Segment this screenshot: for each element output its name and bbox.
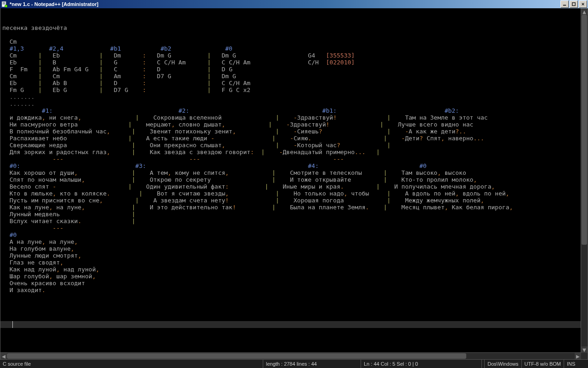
close-button[interactable] bbox=[579, 0, 587, 8]
scroll-left-arrow[interactable]: ◀ bbox=[0, 353, 7, 359]
status-position: Ln : 44 Col : 5 Sel : 0 | 0 bbox=[361, 360, 481, 368]
title-bar: *new 1.c - Notepad++ [Administrator] bbox=[0, 0, 588, 8]
svg-rect-6 bbox=[572, 3, 575, 6]
svg-rect-2 bbox=[3, 3, 6, 3]
scrollbar-corner bbox=[581, 353, 588, 359]
song-title: песенка звездочёта bbox=[2, 24, 67, 31]
scroll-up-arrow[interactable]: ▲ bbox=[581, 8, 588, 15]
maximize-button[interactable] bbox=[570, 0, 578, 8]
status-insert-mode: INS bbox=[564, 360, 588, 368]
svg-rect-1 bbox=[3, 2, 6, 2]
svg-point-4 bbox=[5, 5, 7, 7]
scroll-right-arrow[interactable]: ▶ bbox=[575, 353, 581, 359]
text-caret bbox=[12, 321, 13, 328]
horizontal-scrollbar[interactable]: ◀ ▶ bbox=[0, 352, 581, 359]
svg-rect-3 bbox=[3, 4, 6, 4]
text-editor[interactable]: песенка звездочёта Cm #1,3 #2,4 #b1 #b2 … bbox=[0, 8, 581, 353]
editor-viewport: песенка звездочёта Cm #1,3 #2,4 #b1 #b2 … bbox=[0, 8, 588, 360]
scroll-down-arrow[interactable]: ▼ bbox=[581, 346, 588, 353]
status-eol: Dos\Windows bbox=[484, 360, 521, 368]
vertical-scrollbar[interactable]: ▲ ▼ bbox=[581, 8, 588, 353]
scroll-thumb-v[interactable] bbox=[582, 15, 587, 245]
status-bar: C source file length : 2784 lines : 44 L… bbox=[0, 359, 588, 368]
svg-rect-5 bbox=[563, 5, 566, 6]
minimize-button[interactable] bbox=[560, 0, 569, 8]
scroll-thumb-h[interactable] bbox=[7, 353, 466, 359]
window-title: *new 1.c - Notepad++ [Administrator] bbox=[10, 0, 98, 8]
status-length: length : 2784 lines : 44 bbox=[263, 360, 361, 368]
app-icon bbox=[1, 1, 8, 8]
status-filetype: C source file bbox=[0, 360, 263, 368]
status-encoding: UTF-8 w/o BOM bbox=[521, 360, 564, 368]
